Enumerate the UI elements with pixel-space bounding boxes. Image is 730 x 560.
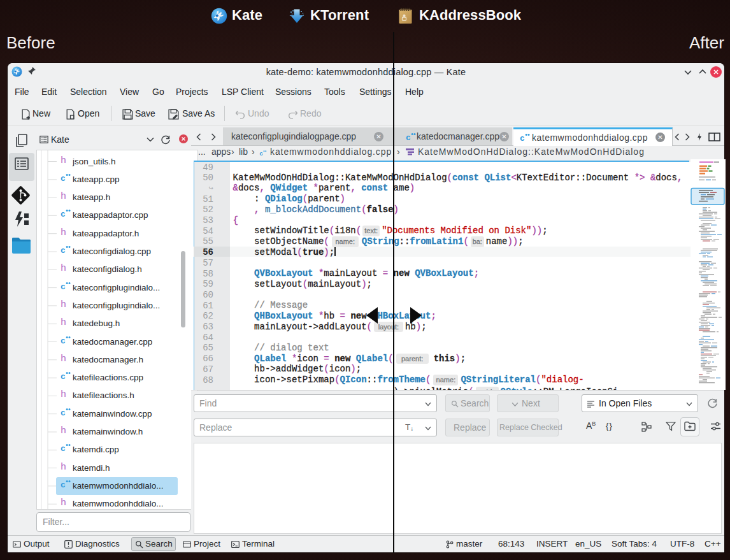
svg-text:c: c [61,210,66,218]
svg-text:c: c [61,372,66,380]
svg-text:c: c [61,282,66,291]
svg-text:c: c [520,134,525,142]
svg-text:c: c [61,408,66,417]
svg-text:c: c [61,336,66,345]
svg-text:c: c [61,480,66,489]
svg-text:c: c [406,133,411,141]
svg-text:c: c [61,246,66,254]
svg-text:c: c [259,150,263,157]
svg-text:c: c [61,174,66,182]
svg-text:c: c [61,444,66,452]
